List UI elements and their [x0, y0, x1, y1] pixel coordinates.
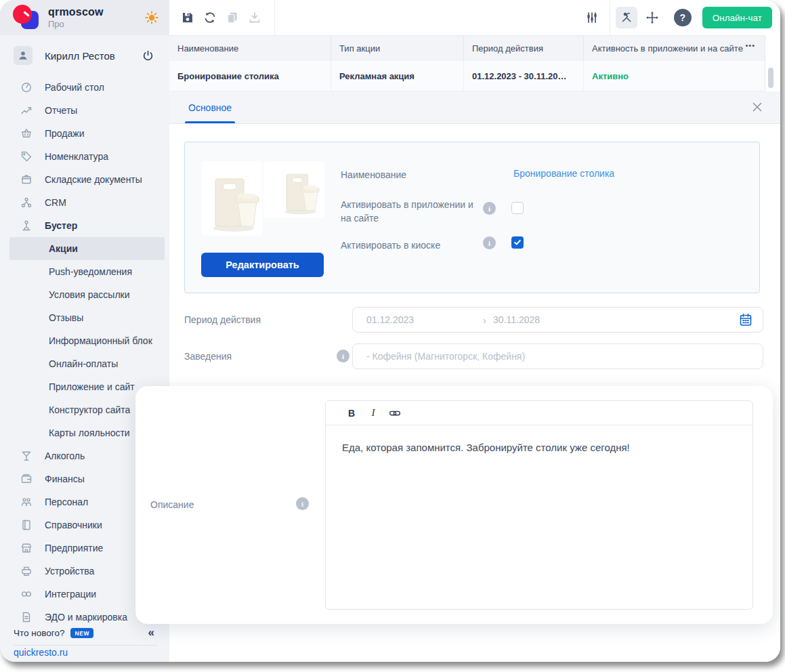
- desktop-icon: [20, 81, 33, 93]
- sidebar-item-label: Устройства: [45, 566, 94, 576]
- editor-toolbar: B I: [326, 401, 752, 425]
- sidebar-item-label: Финансы: [45, 474, 85, 484]
- table-header: Наименование Тип акции Период действия А…: [169, 35, 765, 61]
- column-menu-icon[interactable]: •••: [745, 41, 755, 49]
- sidebar-item-label: Конструктор сайта: [49, 404, 130, 415]
- period-from-value[interactable]: 01.12.2023: [366, 314, 483, 325]
- activate-kiosk-checkbox[interactable]: [511, 236, 524, 249]
- table-row[interactable]: Бронирование столика Рекламная акция 01.…: [169, 61, 765, 91]
- info-icon[interactable]: i: [483, 236, 496, 249]
- cell-type: Рекламная акция: [331, 61, 463, 91]
- sidebar-item-label: Бустер: [45, 220, 77, 231]
- whats-new-link[interactable]: Что нового?: [14, 628, 64, 638]
- tag-icon: [20, 150, 33, 163]
- online-chat-button[interactable]: Онлайн-чат: [702, 7, 772, 28]
- sidebar-item-mailing-terms[interactable]: Условия рассылки: [0, 283, 169, 306]
- booster-icon: [20, 219, 33, 232]
- promo-name-link[interactable]: Бронирование столика: [513, 168, 614, 179]
- sidebar-item-label: CRM: [45, 197, 66, 208]
- sidebar-item-label: Условия рассылки: [49, 289, 130, 300]
- sidebar-item-label: Предприятие: [45, 543, 103, 553]
- sidebar-item-info-block[interactable]: Информационный блок: [0, 329, 169, 352]
- col-activity[interactable]: Активность в приложении и на сайте: [583, 36, 765, 61]
- info-icon[interactable]: i: [296, 497, 309, 510]
- enterprise-icon: [20, 542, 33, 554]
- period-to-value[interactable]: 30.11.2028: [493, 314, 540, 325]
- promo-image-small[interactable]: [263, 161, 324, 218]
- tab-main[interactable]: Основное: [185, 91, 235, 123]
- sidebar-item-reviews[interactable]: Отзывы: [0, 306, 169, 329]
- save-icon[interactable]: [181, 11, 194, 24]
- info-icon[interactable]: i: [337, 350, 349, 362]
- crm-icon: [20, 196, 33, 209]
- copy-icon[interactable]: [226, 11, 239, 24]
- sidebar-item-label: Информационный блок: [49, 335, 152, 346]
- col-name[interactable]: Наименование: [169, 36, 331, 61]
- period-label: Период действия: [184, 314, 261, 325]
- venues-label: Заведения: [184, 351, 232, 362]
- sidebar-item-label: Отзывы: [49, 312, 83, 323]
- description-panel: Описание i B I Еда, которая запомнится. …: [135, 386, 773, 624]
- promotions-table: Наименование Тип акции Период действия А…: [169, 35, 780, 91]
- new-badge: NEW: [70, 628, 93, 638]
- cell-name: Бронирование столика: [169, 61, 331, 91]
- sidebar-item-push[interactable]: Push-уведомления: [0, 260, 169, 283]
- sidebar-item-reports[interactable]: Отчеты: [0, 99, 169, 122]
- col-period[interactable]: Период действия: [463, 36, 583, 61]
- italic-icon[interactable]: I: [366, 406, 380, 420]
- brand-plan: Про: [48, 19, 144, 29]
- sidebar-item-label: ЭДО и маркировка: [45, 612, 127, 623]
- refresh-icon[interactable]: [203, 11, 217, 24]
- app-window: qrmoscow Про Кирилл Рестов: [0, 0, 780, 662]
- sidebar-item-crm[interactable]: CRM: [0, 191, 169, 214]
- promo-image-large[interactable]: [201, 161, 262, 236]
- theme-sun-icon[interactable]: [144, 10, 159, 25]
- calendar-icon[interactable]: [738, 312, 753, 327]
- close-icon[interactable]: [750, 100, 764, 114]
- help-icon[interactable]: ?: [674, 9, 692, 26]
- sidebar-item-label: Интеграции: [45, 589, 96, 600]
- site-link[interactable]: quickresto.ru: [14, 647, 68, 658]
- sidebar-item-label: Карты лояльности: [49, 427, 130, 438]
- sidebar-item-sales[interactable]: Продажи: [0, 122, 169, 145]
- filter-sliders-icon[interactable]: [585, 11, 599, 24]
- sidebar-item-desktop[interactable]: Рабочий стол: [0, 76, 169, 99]
- edit-button[interactable]: Редактировать: [201, 253, 324, 277]
- download-icon[interactable]: [248, 11, 261, 24]
- tools-icon[interactable]: [616, 7, 637, 28]
- sidebar-item-promotions[interactable]: Акции: [9, 237, 165, 260]
- reports-icon: [20, 104, 33, 117]
- table-scrollbar[interactable]: [768, 68, 773, 88]
- info-icon[interactable]: i: [483, 202, 496, 215]
- sidebar-item-label: Номенклатура: [45, 151, 108, 162]
- sidebar-item-label: Приложение и сайт: [49, 381, 135, 392]
- logout-power-icon[interactable]: [142, 49, 154, 62]
- activate-app-checkbox[interactable]: [511, 202, 524, 214]
- sidebar-item-label: Онлайн-оплаты: [49, 358, 118, 369]
- finance-icon: [20, 473, 33, 485]
- staff-icon: [20, 496, 33, 508]
- user-row[interactable]: Кирилл Рестов: [0, 41, 169, 70]
- venues-input[interactable]: [366, 351, 753, 362]
- name-label: Наименование: [341, 168, 406, 182]
- link-icon[interactable]: [388, 406, 402, 420]
- bold-icon[interactable]: B: [345, 406, 358, 420]
- toolbar: ? Онлайн-чат: [169, 0, 780, 35]
- period-input[interactable]: 01.12.2023 › 30.11.2028: [352, 307, 763, 333]
- col-type[interactable]: Тип акции: [331, 36, 463, 61]
- tab-bar: Основное: [169, 91, 780, 124]
- sidebar-item-label: Персонал: [45, 497, 88, 507]
- sidebar-item-booster[interactable]: Бустер: [0, 214, 169, 237]
- toolbar-divider: [610, 0, 610, 35]
- sidebar-item-nomenclature[interactable]: Номенклатура: [0, 145, 169, 168]
- collapse-sidebar-icon[interactable]: «: [148, 626, 154, 639]
- move-icon[interactable]: [645, 11, 659, 24]
- toolbar-divider: [274, 0, 275, 35]
- quickresto-logo-icon: [12, 4, 39, 31]
- sidebar-item-label: Акции: [49, 243, 78, 254]
- sidebar-item-online-payments[interactable]: Онлайн-оплаты: [0, 352, 169, 375]
- sidebar-item-warehouse-docs[interactable]: Складские документы: [0, 168, 169, 191]
- devices-icon: [20, 565, 33, 577]
- description-text[interactable]: Еда, которая запомнится. Забронируйте ст…: [326, 425, 752, 609]
- activate-app-label: Активировать в приложении и на сайте: [341, 198, 476, 225]
